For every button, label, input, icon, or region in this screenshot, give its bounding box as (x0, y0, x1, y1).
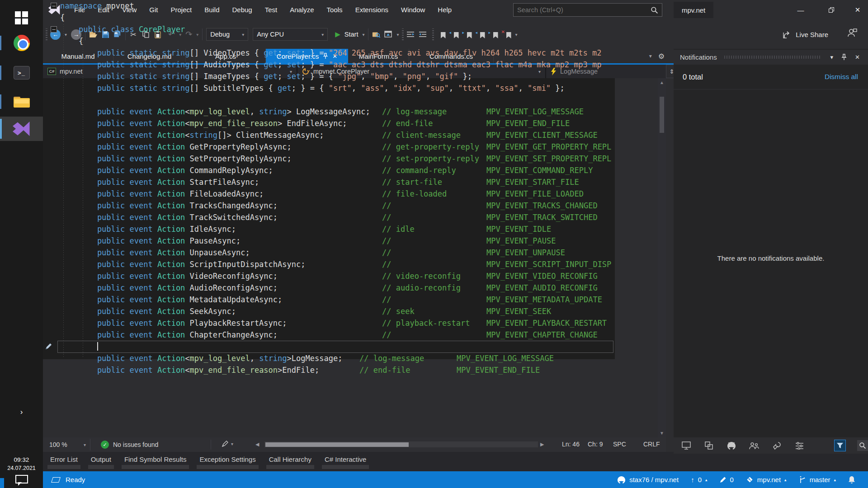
outgoing-commits-button[interactable]: ↑ 0 ▴ (691, 476, 707, 483)
code-comment-constant: MPV_EVENT_PLAYBACK_RESTART (486, 317, 607, 329)
code-line-28[interactable]: 28 public event Action<string[]> ClientM… (0, 129, 615, 141)
taskbar-clock-time[interactable]: 09:32 (0, 456, 43, 463)
action-center-button[interactable] (0, 471, 43, 487)
notifications-summary-row: 0 total Dismiss all (674, 65, 868, 89)
code-line-25[interactable]: 25 (0, 94, 615, 106)
scroll-up-icon[interactable]: ▲ (658, 80, 666, 85)
code-line-36[interactable]: 36 public event Action IdleAsync;// idle… (0, 223, 615, 235)
editor-vertical-scrollbar[interactable]: ▲ ▼ (658, 78, 666, 437)
fold-collapse-icon[interactable]: – (51, 26, 57, 33)
code-line-18[interactable]: 18{ (0, 12, 615, 23)
compare-button[interactable] (703, 440, 714, 451)
issues-indicator[interactable]: ✓ No issues found (101, 439, 158, 450)
search-tools-button[interactable] (857, 440, 868, 451)
code-comment-constant: MPV_EVENT_PAUSE (486, 235, 556, 247)
code-line-47[interactable]: 47 public event Action<mpv_log_level, st… (0, 352, 615, 359)
code-line-19[interactable]: 19– public class CorePlayer (0, 23, 615, 35)
code-line-23[interactable]: 23 public static string[] ImageTypes { g… (0, 70, 615, 82)
editor-status-strip: 100 %▾ ✓ No issues found ▾ ◀ ▶ Ln: 46 Ch… (43, 437, 666, 452)
space-mode-indicator[interactable]: SPC (613, 441, 626, 448)
taskbar-item-chrome[interactable] (0, 31, 43, 55)
code-line-21[interactable]: 21 public static string[] VideoTypes { g… (0, 47, 615, 59)
code-line-35[interactable]: 35 public event Action TrackSwitchedAsyn… (0, 211, 615, 223)
dismiss-all-link[interactable]: Dismiss all (825, 73, 858, 81)
statusbar-corner (0, 478, 4, 488)
scroll-down-icon[interactable]: ▼ (658, 431, 666, 436)
code-text: public static string[] VideoTypes { get;… (60, 47, 602, 59)
panel-tab-find-symbol-results[interactable]: Find Symbol Results (122, 455, 189, 469)
code-text: public event Action AudioReconfigAsync; (60, 282, 278, 294)
repository-button[interactable]: stax76 / mpv.net (617, 476, 679, 484)
code-line-43[interactable]: 43 public event Action SeekAsync;// seek… (0, 305, 615, 317)
fold-collapse-icon[interactable]: – (51, 3, 57, 9)
scrollbar-thumb[interactable] (660, 97, 664, 133)
code-line-17[interactable]: 17–namespace mpvnet (0, 0, 615, 12)
line-ending-indicator[interactable]: CRLF (643, 441, 660, 448)
edit-pen-cursor-icon (45, 343, 52, 350)
remote-display-button[interactable] (681, 440, 692, 451)
code-line-20[interactable]: 20 { (0, 35, 615, 47)
drag-grip[interactable] (724, 56, 821, 59)
background-tasks-icon[interactable] (51, 477, 61, 483)
code-line-40[interactable]: 40 public event Action VideoReconfigAsyn… (0, 270, 615, 282)
code-line-24[interactable]: 24 public static string[] SubtitleTypes … (0, 82, 615, 94)
zoom-dropdown[interactable]: 100 %▾ (45, 439, 90, 450)
code-line-29[interactable]: 29 public event Action GetPropertyReplyA… (0, 141, 615, 153)
code-comment: // set-property-reply (382, 153, 479, 164)
pin-button[interactable] (840, 54, 849, 61)
taskbar-item-visual-studio[interactable] (0, 117, 43, 141)
live-share-contacts-button[interactable] (749, 440, 760, 451)
code-cleanup-button[interactable]: ▾ (222, 440, 233, 447)
taskbar-clock-date[interactable]: 24.07.2021 (0, 465, 43, 471)
code-text: public class CorePlayer (60, 23, 185, 35)
taskbar-item-explorer[interactable] (0, 89, 43, 114)
notifications-bell-button[interactable] (848, 476, 855, 484)
panel-tab-output[interactable]: Output (88, 455, 114, 469)
code-line-34[interactable]: 34 public event Action TracksChangedAsyn… (0, 200, 615, 211)
code-line-41[interactable]: 41 public event Action AudioReconfigAsyn… (0, 282, 615, 294)
panel-tab-call-hierarchy[interactable]: Call Hierarchy (266, 455, 314, 469)
start-button[interactable] (0, 5, 43, 30)
code-comment-constant: MPV_EVENT_AUDIO_RECONFIG (486, 282, 598, 294)
code-line-37[interactable]: 37 public event Action PauseAsync;//MPV_… (0, 235, 615, 247)
github-panel-button[interactable] (726, 440, 737, 451)
scroll-right-icon[interactable]: ▶ (540, 441, 544, 447)
code-line-26[interactable]: 26 public event Action<mpv_log_level, st… (0, 106, 615, 117)
settings-sliders-button[interactable] (794, 440, 805, 451)
chevron-down-icon: ▾ (84, 442, 86, 447)
code-line-30[interactable]: 30 public event Action SetPropertyReplyA… (0, 153, 615, 164)
code-line-44[interactable]: 44 public event Action PlaybackRestartAs… (0, 317, 615, 329)
notifications-header[interactable]: Notifications ▾ ✕ (674, 50, 868, 65)
window-position-dropdown[interactable]: ▾ (829, 54, 835, 61)
panel-tab-c-interactive[interactable]: C# Interactive (322, 455, 369, 469)
branch-picker-button[interactable]: master ▴ (799, 476, 836, 483)
repository-picker-button[interactable]: mpv.net ▴ (746, 476, 787, 483)
scrollbar-thumb[interactable] (265, 442, 409, 447)
code-editor[interactable]: 17–namespace mpvnet18{19– public class C… (0, 0, 615, 359)
code-line-22[interactable]: 22 public static string[] AudioTypes { g… (0, 59, 615, 70)
code-line-42[interactable]: 42 public event Action MetadataUpdateAsy… (0, 294, 615, 305)
code-line-32[interactable]: 32 public event Action StartFileAsync;//… (0, 176, 615, 188)
panel-tab-exception-settings[interactable]: Exception Settings (197, 455, 258, 469)
editor-horizontal-scrollbar[interactable] (264, 441, 538, 447)
running-indicator (0, 119, 2, 139)
filter-button[interactable] (835, 440, 845, 451)
code-line-45[interactable]: 45 public event Action ChapterChangeAsyn… (0, 329, 615, 341)
taskbar-item-terminal[interactable]: >_ (0, 61, 43, 85)
github-icon (727, 441, 736, 450)
code-line-46[interactable]: 46 (0, 341, 615, 352)
running-indicator (0, 66, 1, 80)
pending-changes-button[interactable]: 0 (720, 476, 734, 483)
scroll-left-icon[interactable]: ◀ (255, 441, 259, 447)
panel-tab-error-list[interactable]: Error List (47, 455, 80, 469)
code-line-31[interactable]: 31 public event Action CommandReplyAsync… (0, 164, 615, 176)
code-line-38[interactable]: 38 public event Action UnpauseAsync;//MP… (0, 247, 615, 258)
developer-tools-button[interactable] (771, 440, 782, 451)
code-line-39[interactable]: 39 public event Action ScriptInputDispat… (0, 258, 615, 270)
code-text: public event Action PlaybackRestartAsync… (60, 317, 287, 329)
code-line-33[interactable]: 33 public event Action FileLoadedAsync;/… (0, 188, 615, 200)
code-line-27[interactable]: 27 public event Action<mpv_end_file_reas… (0, 117, 615, 129)
close-panel-button[interactable]: ✕ (853, 54, 862, 61)
taskbar-expand-button[interactable]: › (0, 400, 43, 424)
code-text: public event Action<mpv_log_level, strin… (60, 106, 370, 117)
